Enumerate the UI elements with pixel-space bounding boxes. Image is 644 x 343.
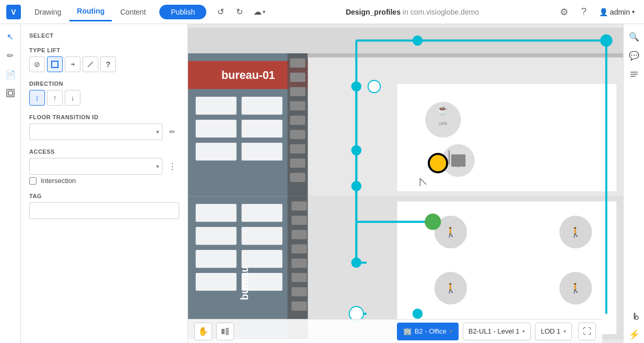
undo-button[interactable]: ↺ [213,4,228,20]
level-dropdown-icon: ▾ [522,328,525,334]
search-panel-button[interactable]: 🔍 [626,28,642,45]
floor-icon: 🏢 [403,327,412,335]
fullscreen-button[interactable]: ⛶ [578,323,596,340]
access-more-button[interactable]: ⋮ [166,159,179,173]
type-diagonal-button[interactable] [83,56,98,72]
tab-routing[interactable]: Routing [69,3,112,21]
tools-panel-button[interactable] [626,307,642,324]
user-avatar-icon: 👤 [599,8,608,16]
floor-selector-button[interactable]: 🏢 B2 - Office ▾ [397,323,459,340]
svg-rect-26 [397,84,616,191]
svg-rect-48 [196,250,237,268]
document-tool-button[interactable]: 📄 [2,66,19,83]
svg-rect-0 [7,89,14,97]
svg-rect-41 [291,273,307,282]
intersection-checkbox[interactable] [29,177,37,185]
svg-rect-83 [226,328,229,335]
redo-button[interactable]: ↻ [231,4,247,20]
map-tool-button[interactable] [216,323,234,340]
diagonal-icon [87,61,94,68]
select-label: SELECT [29,32,179,39]
type-link-button[interactable] [65,56,80,72]
layers-tool-button[interactable] [2,85,19,101]
cloud-button[interactable]: ☁ ▾ [250,5,268,19]
lod-selector-button[interactable]: LOD 1 ▾ [535,323,572,340]
floor-transition-label: FLOOR TRANSITION ID [29,114,179,120]
svg-rect-40 [291,259,307,268]
cloud-icon: ☁ [253,7,262,17]
svg-point-72 [351,145,361,156]
svg-rect-38 [291,230,307,239]
type-lift-buttons: ⊘ ? [29,56,179,72]
intersection-label[interactable]: Intersection [41,177,76,185]
floor-transition-select[interactable] [29,123,162,140]
access-select[interactable] [29,158,162,175]
tab-content[interactable]: Content [113,3,153,21]
floor-label: B2 - Office [415,327,447,335]
draw-tool-button[interactable]: ✏ [2,47,19,64]
topbar: V Drawing Routing Content Publish ↺ ↻ ☁ … [0,0,644,24]
tag-input[interactable] [29,202,179,219]
project-title: Design_profiles in com.visioglobe.demo [273,8,552,16]
svg-rect-19 [290,116,305,125]
list-icon [629,70,639,79]
level-label: B2-UL1 - Level 1 [469,327,520,335]
svg-rect-11 [242,120,283,138]
tools-icon [629,311,639,321]
svg-rect-45 [242,204,283,222]
svg-rect-44 [196,204,237,222]
svg-rect-36 [291,201,307,211]
svg-rect-82 [221,329,225,334]
select-section: SELECT [29,32,179,39]
lightning-panel-button[interactable]: ⚡ [626,326,642,343]
direction-down-button[interactable]: ↓ [65,90,80,106]
svg-rect-20 [290,130,305,139]
help-button[interactable]: ? [576,4,592,20]
publish-button[interactable]: Publish [159,5,206,19]
svg-rect-22 [290,158,305,168]
floor-dropdown-icon: ▾ [450,328,452,334]
lod-label: LOD 1 [541,327,560,335]
map-area[interactable]: bureau-01 [188,24,623,343]
user-menu-button[interactable]: 👤 admin ▾ [596,6,638,18]
svg-rect-47 [242,227,283,245]
svg-rect-10 [196,120,237,138]
direction-section: DIRECTION ↕ ↑ ↓ [29,81,179,106]
right-icon-bar: 🔍 💬 ⚡ [623,24,644,343]
type-info-button[interactable]: ? [100,56,116,72]
svg-rect-9 [242,97,283,115]
bottom-toolbar: ✋ 🏢 B2 - Office ▾ B2-UL1 - Level 1 ▾ LOD… [188,319,602,343]
hand-tool-button[interactable]: ✋ [194,323,212,340]
user-name-label: admin [610,8,630,16]
svg-rect-21 [290,144,305,154]
svg-text:↕: ↕ [457,164,459,169]
level-selector-button[interactable]: B2-UL1 - Level 1 ▾ [463,323,531,340]
type-lift-label: TYPE LIFT [29,47,179,53]
direction-both-button[interactable]: ↕ [29,90,45,106]
select-tool-button[interactable]: ↖ [2,28,19,45]
svg-point-78 [351,258,361,268]
map-canvas[interactable]: bureau-01 [188,24,623,343]
intersection-row: Intersection [29,177,179,185]
access-label: ACCESS [29,148,179,155]
floor-transition-edit-button[interactable]: ✏ [166,125,179,139]
type-block-button[interactable]: ⊘ [29,56,45,72]
svg-point-88 [635,316,638,319]
type-square-button[interactable] [47,56,63,72]
list-panel-button[interactable] [626,66,642,83]
tab-drawing[interactable]: Drawing [27,3,68,21]
floor-transition-wrapper: ▾ ✏ [29,123,179,140]
svg-text:cafe: cafe [439,121,448,126]
svg-rect-1 [8,91,13,95]
layers-icon [6,88,15,98]
type-lift-section: TYPE LIFT ⊘ ? [29,47,179,72]
left-icon-bar: ↖ ✏ 📄 [0,24,21,343]
floor-transition-section: FLOOR TRANSITION ID ▾ ✏ [29,114,179,140]
lod-dropdown-icon: ▾ [564,328,566,334]
settings-button[interactable]: ⚙ [556,4,572,20]
map-icon [220,327,230,336]
comment-panel-button[interactable]: 💬 [626,47,642,64]
direction-up-button[interactable]: ↑ [47,90,63,106]
svg-point-75 [429,154,447,172]
svg-rect-46 [196,227,237,245]
